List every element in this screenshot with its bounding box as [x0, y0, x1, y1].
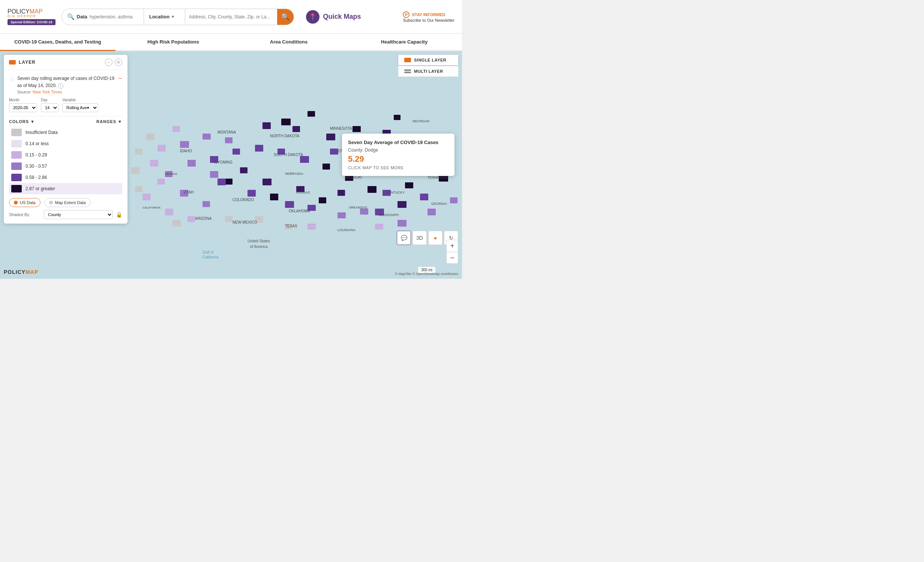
search-data-input[interactable] — [90, 14, 138, 20]
footer-logo: POLICYMAP — [4, 269, 38, 275]
close-button[interactable]: ✕ — [115, 59, 122, 66]
legend-label-0: Insufficient Data — [26, 130, 58, 135]
svg-text:UTAH: UTAH — [184, 190, 194, 194]
svg-rect-42 — [225, 137, 232, 143]
quick-maps-label: Quick Maps — [323, 13, 361, 21]
tab-covid[interactable]: COVID-19 Cases, Deaths, and Testing — [0, 34, 116, 51]
3d-label: 3D — [416, 235, 423, 241]
svg-rect-44 — [210, 171, 218, 178]
search-data-section[interactable]: 🔍 Data — [62, 9, 144, 25]
svg-rect-28 — [232, 149, 240, 155]
variable-label: Variable — [62, 98, 98, 102]
us-data-button[interactable]: US Data — [9, 198, 40, 207]
search-submit-icon: 🔍 — [281, 13, 290, 21]
layer-item: ☆ Seven day rolling average of cases of … — [9, 75, 122, 94]
tooltip-county: County: Dodge — [348, 147, 448, 153]
svg-text:NEW MEXICO: NEW MEXICO — [232, 220, 257, 224]
heat-icon: ● — [434, 235, 437, 241]
tooltip-title: Seven Day Average of COVID-19 Cases — [348, 140, 448, 145]
svg-text:ARIZONA: ARIZONA — [195, 216, 212, 221]
map-container[interactable]: MONTANA IDAHO WYOMING NEVADA UTAH COLORA… — [0, 51, 462, 279]
multi-layer-button[interactable]: MULTI LAYER — [398, 66, 458, 77]
source-link[interactable]: New York Times — [33, 90, 62, 94]
svg-rect-58 — [165, 209, 173, 215]
favorite-icon[interactable]: ☆ — [9, 75, 14, 83]
stay-informed: P STAY INFORMED Subscribe to Our Newslet… — [403, 11, 454, 23]
tooltip-value: 5.29 — [348, 154, 448, 164]
svg-rect-11 — [270, 194, 278, 200]
map-extent-button[interactable]: Map Extent Data — [44, 198, 91, 207]
svg-rect-64 — [135, 149, 142, 155]
svg-rect-33 — [218, 179, 226, 185]
svg-rect-14 — [405, 182, 413, 188]
tab-high-risk[interactable]: High Risk Populations — [116, 34, 231, 51]
search-location-section[interactable]: Location ▼ — [144, 9, 185, 25]
collapse-icon[interactable]: − — [118, 75, 122, 83]
comment-tool-button[interactable]: 💬 — [397, 231, 411, 245]
layer-icon — [9, 60, 16, 65]
search-button[interactable]: 🔍 — [277, 9, 294, 25]
search-location-label: Location — [149, 14, 170, 20]
3d-button[interactable]: 3D — [412, 231, 427, 245]
legend-swatch-4 — [11, 174, 22, 181]
shaded-by-row: Shaded By County 🔒 — [9, 210, 122, 219]
month-select[interactable]: 2020-05 — [9, 103, 37, 112]
svg-rect-5 — [394, 115, 400, 120]
minimize-button[interactable]: − — [105, 59, 112, 66]
tab-area[interactable]: Area Conditions — [231, 34, 346, 51]
svg-text:SOUTH DAKOTA: SOUTH DAKOTA — [274, 153, 303, 157]
lock-icon[interactable]: 🔒 — [116, 212, 122, 218]
tab-healthcare[interactable]: Healthcare Capacity — [346, 34, 462, 51]
svg-text:COLORADO: COLORADO — [232, 198, 254, 202]
svg-rect-55 — [150, 160, 158, 167]
nav-tabs: COVID-19 Cases, Deaths, and Testing High… — [0, 34, 462, 51]
svg-rect-25 — [338, 190, 345, 196]
shaded-by-label: Shaded By — [9, 212, 41, 217]
colors-chevron-icon: ▼ — [30, 119, 35, 124]
svg-text:IDAHO: IDAHO — [180, 149, 192, 153]
info-icon[interactable]: i — [58, 83, 63, 89]
svg-text:MISSOURI: MISSOURI — [345, 176, 362, 179]
search-location-input[interactable] — [185, 14, 277, 20]
quick-maps-icon: 📍 — [306, 10, 320, 24]
svg-text:NORTH DAKOTA: NORTH DAKOTA — [270, 134, 300, 138]
tooltip-cta[interactable]: CLICK MAP TO SEE MORE — [348, 165, 448, 170]
legend-item-1: 0.14 or less — [9, 138, 122, 149]
svg-text:CALIFORNIA: CALIFORNIA — [142, 206, 161, 209]
legend-swatch-0 — [11, 129, 22, 136]
quick-maps[interactable]: 📍 Quick Maps — [306, 10, 361, 24]
heat-map-button[interactable]: ● — [428, 231, 442, 245]
map-extent-dot — [49, 201, 53, 204]
footer-policy: POLICY — [4, 269, 26, 275]
layer-title: LAYER — [19, 60, 102, 65]
day-select[interactable]: 14 — [41, 103, 58, 112]
svg-text:TENNESSEE: TENNESSEE — [428, 176, 448, 179]
day-control: Day 14 — [41, 98, 58, 112]
us-data-dot — [14, 201, 18, 204]
colors-ranges-header: COLORS ▼ RANGES ▼ — [9, 119, 122, 124]
svg-rect-3 — [308, 111, 315, 117]
stay-informed-sub[interactable]: Subscribe to Our Newsletter — [403, 18, 454, 23]
zoom-in-button[interactable]: + — [446, 240, 458, 252]
variable-select[interactable]: Rolling Ave▾ — [62, 103, 98, 112]
svg-text:OKLAHOMA: OKLAHOMA — [289, 209, 310, 213]
svg-text:California: California — [202, 255, 219, 259]
zoom-out-button[interactable]: − — [446, 252, 458, 264]
svg-text:NEVADA: NEVADA — [165, 172, 177, 176]
svg-rect-2 — [281, 119, 291, 125]
ranges-toggle[interactable]: RANGES ▼ — [96, 119, 122, 124]
svg-text:GEORGIA: GEORGIA — [431, 202, 447, 206]
layer-desc-text: Seven day rolling average of cases of CO… — [17, 76, 114, 88]
legend-swatch-3 — [11, 162, 22, 170]
shaded-by-select[interactable]: County — [44, 210, 113, 219]
svg-text:WYOMING: WYOMING — [214, 160, 232, 164]
logo: POLICYMAP DIG DEEPER Special Edition: CO… — [8, 8, 56, 25]
svg-rect-53 — [158, 145, 166, 152]
single-layer-button[interactable]: SINGLE LAYER — [398, 55, 458, 65]
layer-header: LAYER − ✕ — [4, 55, 128, 70]
svg-rect-56 — [158, 179, 165, 185]
colors-toggle[interactable]: COLORS ▼ — [9, 119, 35, 124]
svg-rect-17 — [262, 122, 271, 129]
legend-label-3: 0.30 - 0.57 — [26, 164, 47, 169]
svg-text:MICHIGAN: MICHIGAN — [412, 119, 429, 123]
